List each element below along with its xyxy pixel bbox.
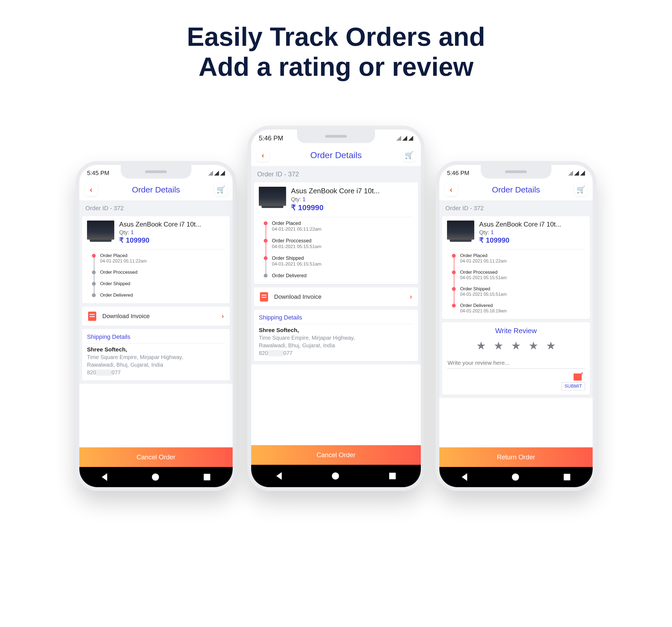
signal-icon bbox=[208, 171, 213, 176]
back-button[interactable]: ‹ bbox=[445, 183, 457, 196]
timeline-step: Order Delivered04-01-2021 05:16:19am bbox=[452, 303, 583, 314]
order-timeline: Order Placed04-01-2021 05:11:22amOrder P… bbox=[447, 252, 585, 315]
timeline-step: Order Placed04-01-2021 05:11:22am bbox=[452, 253, 583, 270]
star-2[interactable]: ★ bbox=[494, 340, 503, 352]
chevron-left-icon: ‹ bbox=[262, 151, 264, 160]
app-header: ‹ Order Details 🛒 bbox=[439, 181, 593, 200]
marketing-headline: Easily Track Orders and Add a rating or … bbox=[0, 0, 672, 82]
invoice-label: Download Invoice bbox=[102, 313, 150, 320]
page-title: Order Details bbox=[310, 150, 362, 160]
status-time: 5:46 PM bbox=[259, 134, 283, 142]
nav-back-icon[interactable] bbox=[102, 473, 107, 481]
return-order-button[interactable]: Return Order bbox=[439, 447, 593, 467]
nav-home-icon[interactable] bbox=[512, 474, 519, 481]
download-invoice-button[interactable]: Download Invoice › bbox=[82, 307, 230, 326]
nav-home-icon[interactable] bbox=[332, 472, 339, 479]
cart-icon: 🛒 bbox=[405, 151, 413, 159]
product-qty: Qty: 1 bbox=[479, 229, 561, 235]
download-invoice-button[interactable]: Download Invoice › bbox=[254, 287, 418, 306]
timeline-step-timestamp: 04-01-2021 05:11:22am bbox=[460, 259, 507, 264]
star-5[interactable]: ★ bbox=[546, 340, 556, 352]
signal-icon bbox=[396, 136, 401, 141]
cart-button[interactable]: 🛒 bbox=[403, 149, 415, 162]
review-input[interactable] bbox=[447, 357, 585, 369]
timeline-step: Order Shipped bbox=[92, 281, 223, 293]
nav-back-icon[interactable] bbox=[276, 472, 282, 480]
timeline-step-timestamp: 04-01-2021 05:16:19am bbox=[460, 308, 507, 314]
order-card: Asus ZenBook Core i7 10t... Qty: 1 ₹ 109… bbox=[254, 182, 418, 284]
back-button[interactable]: ‹ bbox=[257, 149, 269, 162]
cancel-order-button[interactable]: Cancel Order bbox=[251, 445, 421, 465]
document-icon bbox=[260, 292, 268, 301]
timeline-step-title: Order Delivered bbox=[460, 303, 507, 308]
app-header: ‹ Order Details 🛒 bbox=[251, 147, 421, 166]
nav-recent-icon[interactable] bbox=[564, 474, 570, 480]
status-time: 5:45 PM bbox=[87, 170, 110, 177]
timeline-step-title: Order Placed bbox=[272, 221, 321, 226]
timeline-dot-icon bbox=[264, 256, 267, 260]
timeline-dot-icon bbox=[92, 254, 96, 258]
cart-button[interactable]: 🛒 bbox=[215, 183, 227, 196]
back-button[interactable]: ‹ bbox=[85, 183, 97, 196]
cart-icon: 🛒 bbox=[577, 185, 585, 194]
signal-icon bbox=[574, 171, 579, 176]
chevron-left-icon: ‹ bbox=[450, 185, 452, 194]
timeline-dot-icon bbox=[452, 271, 456, 274]
star-3[interactable]: ★ bbox=[511, 340, 521, 352]
android-nav-bar bbox=[439, 467, 593, 487]
content-area: Order ID - 372 Asus ZenBook Core i7 10t.… bbox=[251, 166, 421, 365]
shipping-title: Shipping Details bbox=[87, 333, 225, 344]
phone-mock-2: 5:46 PM ‹ Order Details 🛒 Order ID - 372… bbox=[247, 126, 425, 491]
timeline-step-timestamp: 04-01-2021 05:11:22am bbox=[272, 227, 321, 232]
chevron-right-icon: › bbox=[410, 293, 412, 301]
content-area: Order ID - 372 Asus ZenBook Core i7 10t.… bbox=[439, 200, 593, 398]
page-title: Order Details bbox=[492, 185, 540, 194]
star-4[interactable]: ★ bbox=[529, 340, 538, 352]
headline-line-2: Add a rating or review bbox=[0, 52, 672, 82]
order-id-label: Order ID - 372 bbox=[439, 200, 593, 216]
product-qty: Qty: 1 bbox=[291, 196, 380, 203]
shipping-title: Shipping Details bbox=[259, 314, 413, 324]
phones-row: 5:45 PM ‹ Order Details 🛒 Order ID - 372… bbox=[0, 126, 672, 491]
headline-line-1: Easily Track Orders and bbox=[0, 22, 672, 52]
chevron-right-icon: › bbox=[221, 312, 224, 320]
timeline-step: Order Proccessed bbox=[92, 270, 223, 281]
signal-icon bbox=[220, 171, 225, 176]
add-image-icon[interactable] bbox=[574, 374, 582, 381]
nav-home-icon[interactable] bbox=[152, 474, 159, 481]
order-timeline: Order Placed04-01-2021 05:11:22amOrder P… bbox=[259, 220, 413, 280]
product-name: Asus ZenBook Core i7 10t... bbox=[291, 187, 380, 195]
nav-recent-icon[interactable] bbox=[204, 474, 210, 480]
content-area: Order ID - 372 Asus ZenBook Core i7 10t.… bbox=[79, 200, 233, 384]
order-id-label: Order ID - 372 bbox=[79, 200, 233, 216]
phone-notch bbox=[297, 129, 375, 143]
timeline-step-timestamp: 04-01-2021 05:15:51am bbox=[272, 244, 321, 249]
timeline-dot-icon bbox=[264, 274, 267, 277]
timeline-step: Order Delivered bbox=[264, 273, 411, 279]
nav-recent-icon[interactable] bbox=[389, 473, 396, 479]
shipping-address: Time Square Empire, Mirjapar Highway, Ra… bbox=[87, 353, 225, 376]
product-price: ₹ 109990 bbox=[291, 203, 380, 212]
timeline-step: Order Delivered bbox=[92, 293, 223, 298]
timeline-dot-icon bbox=[92, 293, 96, 297]
timeline-step-timestamp: 04-01-2021 05:15:51am bbox=[460, 292, 507, 297]
timeline-step: Order Proccessed04-01-2021 05:15:51am bbox=[452, 270, 583, 286]
timeline-step-title: Order Shipped bbox=[460, 286, 507, 292]
timeline-step-title: Order Delivered bbox=[272, 273, 307, 279]
signal-icon bbox=[402, 136, 407, 141]
shipping-address: Time Square Empire, Mirjapar Highway, Ra… bbox=[259, 334, 413, 357]
timeline-step-title: Order Proccessed bbox=[100, 270, 138, 275]
phone-mock-3: 5:46 PM ‹ Order Details 🛒 Order ID - 372… bbox=[435, 161, 597, 491]
status-time: 5:46 PM bbox=[447, 170, 470, 177]
nav-back-icon[interactable] bbox=[462, 473, 467, 481]
shipping-card: Shipping Details Shree Softech, Time Squ… bbox=[254, 310, 418, 361]
cancel-order-button[interactable]: Cancel Order bbox=[79, 447, 233, 467]
order-card: Asus ZenBook Core i7 10t... Qty: 1 ₹ 109… bbox=[82, 216, 230, 303]
submit-review-button[interactable]: SUBMIT bbox=[561, 382, 585, 391]
review-title: Write Review bbox=[447, 327, 585, 335]
signal-icon bbox=[214, 171, 219, 176]
star-1[interactable]: ★ bbox=[476, 340, 486, 352]
cart-button[interactable]: 🛒 bbox=[575, 183, 587, 196]
timeline-step: Order Placed04-01-2021 05:11:22am bbox=[92, 253, 223, 270]
timeline-step-title: Order Shipped bbox=[100, 281, 130, 286]
